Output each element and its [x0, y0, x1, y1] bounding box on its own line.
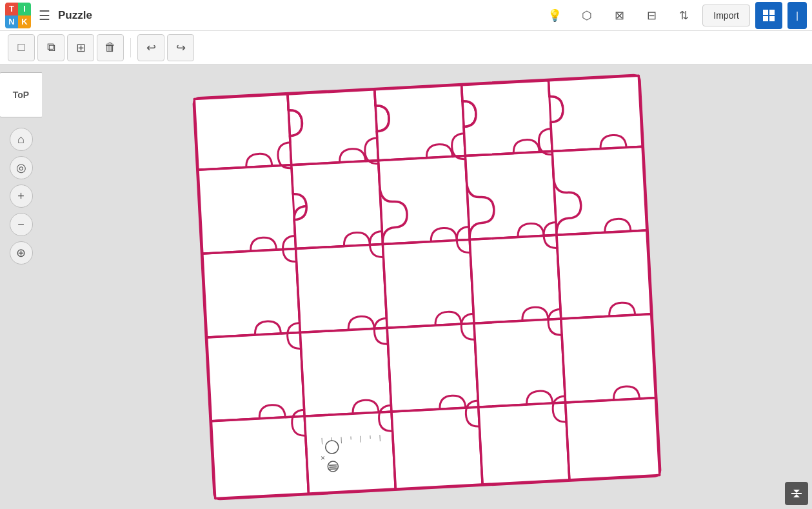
align-button[interactable]: ⊟	[638, 2, 665, 29]
flip-button[interactable]: ⇅	[670, 2, 697, 29]
light-button[interactable]: 💡	[541, 2, 568, 29]
canvas-area[interactable]: ×	[42, 65, 812, 509]
layers-button[interactable]: ⊕	[10, 241, 33, 264]
copy-icon: ⧉	[47, 41, 55, 54]
svg-rect-16	[791, 493, 802, 494]
zoom-out-button[interactable]: −	[10, 213, 33, 236]
layers-icon: ⊕	[16, 246, 26, 260]
svg-line-7	[341, 437, 342, 443]
svg-marker-17	[793, 490, 800, 493]
svg-line-5	[322, 437, 322, 444]
logo-i: I	[18, 3, 31, 15]
delete-button[interactable]: 🗑	[97, 34, 124, 61]
new-icon: □	[18, 41, 25, 54]
list-icon[interactable]: ☰	[39, 8, 50, 23]
redo-button[interactable]: ↪	[167, 34, 194, 61]
svg-rect-2	[763, 16, 768, 21]
target-button[interactable]: ◎	[10, 156, 33, 179]
svg-marker-18	[793, 494, 800, 497]
extra-icon: |	[796, 10, 798, 21]
svg-rect-0	[763, 10, 768, 15]
redo-icon: ↪	[176, 41, 186, 55]
context-menu-icon[interactable]	[328, 461, 339, 472]
corner-button[interactable]	[785, 482, 808, 505]
home-icon: ⌂	[17, 133, 25, 146]
new-button[interactable]: □	[8, 34, 35, 61]
undo-button[interactable]: ↩	[137, 34, 164, 61]
toolbar-separator	[130, 38, 131, 57]
corner-icon	[790, 487, 803, 500]
logo[interactable]: T I N K	[5, 3, 31, 28]
svg-point-12	[328, 461, 339, 472]
toolbar: □ ⧉ ⊞ 🗑 ↩ ↪	[0, 31, 812, 65]
mirror-button[interactable]: ⊠	[606, 2, 633, 29]
zoom-in-button[interactable]: +	[10, 185, 33, 208]
duplicate-icon: ⊞	[76, 41, 86, 55]
logo-t: T	[5, 3, 18, 15]
delete-icon: 🗑	[104, 41, 116, 54]
close-icon: ×	[321, 453, 326, 462]
copy-button[interactable]: ⧉	[37, 34, 64, 61]
target-icon: ◎	[16, 161, 26, 175]
svg-line-11	[380, 435, 381, 441]
svg-line-9	[361, 435, 361, 442]
header: T I N K ☰ Puzzle 💡 ⬡ ⊠ ⊟ ⇅ Import |	[0, 0, 812, 31]
right-tools: 💡 ⬡ ⊠ ⊟ ⇅ Import |	[541, 2, 807, 29]
zoom-out-icon: −	[17, 218, 25, 232]
logo-k: K	[18, 15, 31, 28]
undo-icon: ↩	[146, 41, 156, 55]
zoom-in-icon: +	[17, 190, 25, 203]
top-view-indicator[interactable]: ToP	[0, 72, 44, 117]
main-area: ToP ⌂ ◎ + − ⊕	[0, 65, 812, 509]
duplicate-button[interactable]: ⊞	[67, 34, 94, 61]
svg-rect-1	[769, 10, 775, 15]
logo-n: N	[5, 15, 18, 28]
shape-button[interactable]: ⬡	[573, 2, 600, 29]
import-button[interactable]: Import	[702, 5, 750, 26]
app-title: Puzzle	[58, 9, 92, 22]
extra-button[interactable]: |	[787, 2, 807, 29]
puzzle-svg: ×	[174, 65, 680, 509]
home-button[interactable]: ⌂	[10, 128, 33, 151]
top-view-label: ToP	[13, 90, 29, 100]
grid-view-button[interactable]	[755, 2, 782, 29]
grid-icon	[762, 8, 776, 23]
puzzle-container: ×	[174, 65, 680, 509]
svg-rect-3	[769, 16, 775, 21]
left-sidebar: ToP ⌂ ◎ + − ⊕	[0, 65, 42, 509]
